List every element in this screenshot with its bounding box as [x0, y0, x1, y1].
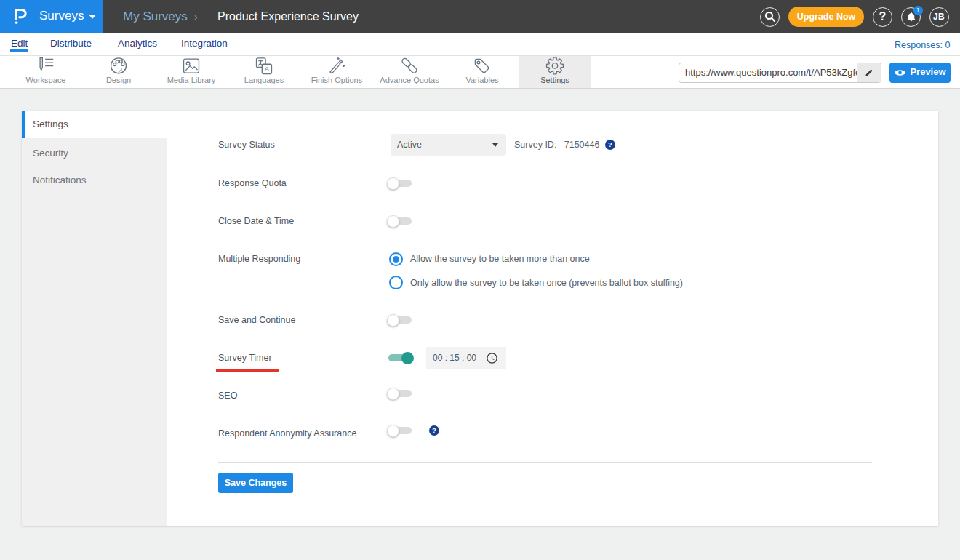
svg-text:A: A — [265, 65, 270, 73]
